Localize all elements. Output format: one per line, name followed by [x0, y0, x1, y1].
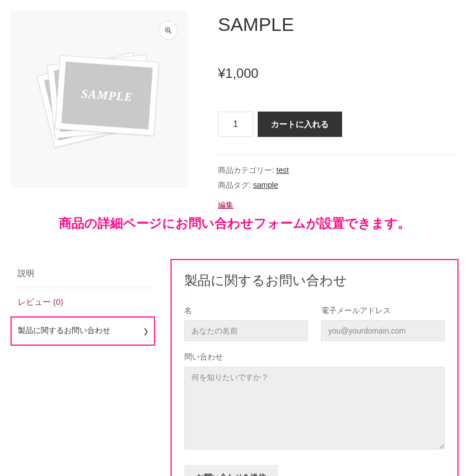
tag-label: 商品タグ: — [218, 181, 251, 189]
tab-reviews[interactable]: レビュー (0) — [11, 288, 154, 317]
zoom-icon[interactable] — [159, 21, 178, 40]
product-title: SAMPLE — [218, 14, 458, 35]
svg-line-1 — [169, 31, 172, 34]
annotation-callout: 商品の詳細ページにお問い合わせフォームが設置できます。 — [11, 215, 458, 232]
tab-inquiry[interactable]: 製品に関するお問い合わせ ❯ — [11, 317, 154, 345]
product-gallery: SAMPLE — [11, 11, 188, 188]
message-label: 問い合わせ — [184, 352, 445, 362]
name-label: 名 — [184, 306, 308, 316]
inquiry-form-title: 製品に関するお問い合わせ — [184, 272, 445, 289]
category-link[interactable]: test — [276, 166, 289, 174]
product-image-placeholder[interactable]: SAMPLE — [44, 50, 154, 149]
edit-link[interactable]: 編集 — [218, 200, 233, 209]
product-price: ¥1,000 — [218, 66, 458, 81]
sample-image-text: SAMPLE — [61, 62, 152, 130]
quantity-input[interactable] — [218, 112, 253, 137]
tag-link[interactable]: sample — [253, 181, 278, 189]
product-tabs: 説明 レビュー (0) 製品に関するお問い合わせ ❯ — [11, 260, 154, 345]
category-label: 商品カテゴリー: — [218, 166, 274, 174]
tab-description[interactable]: 説明 — [11, 260, 154, 288]
add-to-cart-button[interactable]: カートに入れる — [258, 112, 342, 137]
tab-inquiry-label: 製品に関するお問い合わせ — [18, 326, 110, 335]
name-input[interactable] — [184, 320, 308, 341]
submit-inquiry-button[interactable]: お問い合わせを送信 — [184, 465, 278, 476]
email-input[interactable] — [321, 320, 445, 341]
message-textarea[interactable] — [184, 367, 445, 449]
email-label: 電子メールアドレス — [321, 306, 445, 316]
chevron-right-icon: ❯ — [143, 326, 149, 335]
inquiry-panel: 製品に関するお問い合わせ 名 電子メールアドレス 問い合わせ お問い合わせを送信 — [171, 260, 458, 476]
